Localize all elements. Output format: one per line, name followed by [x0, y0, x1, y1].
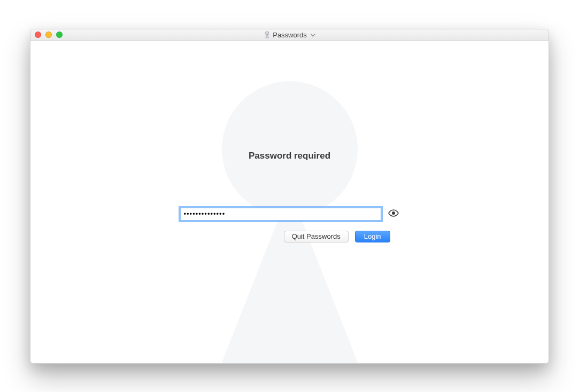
close-window-button[interactable]	[35, 32, 41, 38]
traffic-lights	[30, 32, 63, 38]
action-button-row: Quit Passwords Login	[189, 231, 390, 242]
window-title-group[interactable]: Passwords	[264, 31, 315, 39]
content-area: Password required Quit Passwords Login	[30, 41, 549, 363]
app-window: Passwords Password required	[30, 29, 549, 364]
eye-icon	[388, 209, 399, 218]
keyhole-silhouette	[220, 81, 359, 363]
svg-point-1	[392, 211, 395, 215]
zoom-window-button[interactable]	[56, 32, 63, 38]
titlebar[interactable]: Passwords	[30, 29, 549, 41]
chevron-down-icon	[311, 32, 315, 38]
minimize-window-button[interactable]	[45, 32, 52, 38]
quit-passwords-button[interactable]: Quit Passwords	[284, 231, 349, 242]
heading-password-required: Password required	[249, 151, 330, 161]
keyhole-icon	[264, 31, 270, 38]
password-input-row	[180, 208, 399, 221]
password-input[interactable]	[180, 208, 381, 221]
toggle-password-visibility-button[interactable]	[388, 208, 399, 220]
window-title: Passwords	[273, 31, 307, 39]
login-button[interactable]: Login	[355, 231, 390, 242]
